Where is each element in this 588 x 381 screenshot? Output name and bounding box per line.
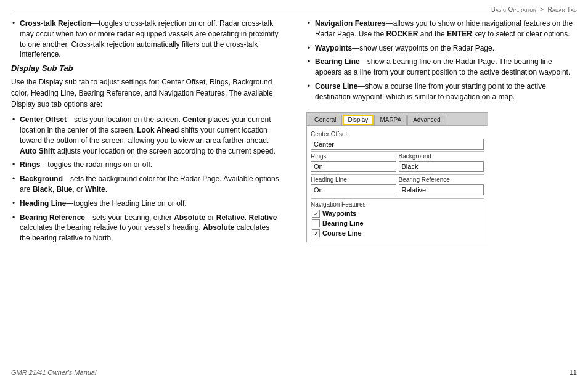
display-sub-tab-title: Display Sub Tab	[11, 63, 282, 73]
heading-line-bold: Heading Line	[20, 199, 66, 208]
center-bold: Center	[182, 115, 206, 124]
heading-bearing-row: On Relative	[311, 184, 484, 195]
bearing-reference-item: Bearing Reference—sets your bearing, eit…	[11, 213, 282, 244]
page-footer: GMR 21/41 Owner's Manual 11	[11, 369, 577, 376]
bearing-reference-panel-label: Bearing Reference	[399, 176, 484, 183]
heading-bearing-labels: Heading Line Bearing Reference	[311, 176, 484, 183]
rocker-bold: ROCKER	[386, 30, 418, 38]
divider1	[311, 151, 484, 152]
waypoints-bold: Waypoints	[315, 44, 352, 52]
rings-panel-label: Rings	[311, 153, 396, 160]
left-column: Cross-talk Rejection—toggles cross-talk …	[11, 18, 289, 363]
bearing-reference-bold: Bearing Reference	[20, 213, 85, 222]
center-offset-item: Center Offset—sets your location on the …	[11, 115, 282, 156]
panel-tabs: General Display MARPA Advanced	[307, 113, 488, 126]
cross-talk-item: Cross-talk Rejection—toggles cross-talk …	[11, 18, 282, 60]
absolute-bold: Absolute	[174, 213, 205, 222]
content-area: Cross-talk Rejection—toggles cross-talk …	[11, 18, 577, 363]
display-panel: General Display MARPA Advanced Center Of…	[306, 112, 488, 242]
separator: >	[540, 6, 544, 13]
course-line-checkbox-label: Course Line	[322, 229, 362, 237]
course-line-checkbox-row: ✓ Course Line	[311, 229, 484, 237]
section-name: Basic Operation	[491, 6, 536, 13]
relative-bold2: Relative	[249, 213, 277, 222]
bearing-reference-panel-value[interactable]: Relative	[399, 184, 484, 195]
background-panel-value[interactable]: Black	[399, 161, 484, 172]
tab-general[interactable]: General	[309, 115, 342, 125]
background-field: Black	[399, 161, 484, 172]
waypoints-checkbox[interactable]: ✓	[312, 210, 320, 218]
center-offset-panel-value[interactable]: Center	[311, 139, 484, 150]
divider2	[311, 174, 484, 175]
bearing-line-checkbox-row: Bearing Line	[311, 219, 484, 227]
heading-line-field: On	[311, 184, 396, 195]
black-bold: Black	[33, 185, 52, 194]
page-header: Basic Operation > Radar Tab	[491, 6, 577, 13]
background-item: Background—sets the background color for…	[11, 174, 282, 195]
nav-features-item: Navigation Features—allows you to show o…	[306, 18, 577, 39]
rings-field: On	[311, 161, 396, 172]
tab-marpa[interactable]: MARPA	[374, 115, 407, 125]
cross-talk-bold: Cross-talk Rejection	[20, 19, 91, 28]
chapter-name: Radar Tab	[548, 6, 577, 13]
background-panel-label: Background	[399, 153, 484, 160]
display-intro-text: Use the Display sub tab to adjust settin…	[11, 76, 282, 110]
course-line-checkbox[interactable]: ✓	[312, 229, 320, 237]
bearing-line-item: Bearing Line—show a bearing line on the …	[306, 57, 577, 78]
intro-bullets: Cross-talk Rejection—toggles cross-talk …	[11, 18, 282, 60]
absolute-bold2: Absolute	[203, 223, 234, 232]
bearing-line-checkbox[interactable]	[312, 219, 320, 227]
bearing-line-bold: Bearing Line	[315, 57, 360, 66]
rings-panel-value[interactable]: On	[311, 161, 396, 172]
heading-line-item: Heading Line—toggles the Heading Line on…	[11, 199, 282, 209]
manual-title: GMR 21/41 Owner's Manual	[11, 369, 96, 376]
right-column: Navigation Features—allows you to show o…	[304, 18, 577, 363]
waypoints-checkbox-label: Waypoints	[322, 210, 356, 217]
course-line-bold: Course Line	[315, 82, 357, 91]
rings-background-labels: Rings Background	[311, 153, 484, 160]
center-offset-bold: Center Offset	[20, 115, 67, 124]
blue-bold: Blue	[56, 185, 72, 194]
heading-line-panel-value[interactable]: On	[311, 184, 396, 195]
white-bold: White	[85, 185, 105, 194]
right-bullets: Navigation Features—allows you to show o…	[306, 18, 577, 102]
nav-features-bold: Navigation Features	[315, 19, 386, 28]
look-ahead-bold: Look Ahead	[137, 126, 179, 134]
course-line-item: Course Line—show a course line from your…	[306, 81, 577, 102]
relative-bold: Relative	[216, 213, 245, 222]
auto-shift-bold: Auto Shift	[20, 147, 55, 155]
bearing-reference-field: Relative	[399, 184, 484, 195]
divider3	[311, 198, 484, 199]
background-bold: Background	[20, 174, 63, 183]
panel-body: Center Offset Center Rings Background On…	[307, 126, 488, 242]
heading-line-panel-label: Heading Line	[311, 176, 396, 183]
nav-features-panel-label: Navigation Features	[311, 201, 484, 208]
enter-bold: ENTER	[447, 30, 472, 38]
waypoints-checkbox-row: ✓ Waypoints	[311, 210, 484, 218]
top-border	[11, 14, 577, 14]
rings-background-row: On Black	[311, 161, 484, 172]
rings-bold: Rings	[20, 160, 40, 169]
rings-item: Rings—toggles the radar rings on or off.	[11, 160, 282, 170]
waypoints-item: Waypoints—show user waypoints on the Rad…	[306, 43, 577, 54]
page-number: 11	[570, 369, 577, 376]
display-bullets: Center Offset—sets your location on the …	[11, 115, 282, 244]
bearing-line-checkbox-label: Bearing Line	[322, 219, 364, 227]
center-offset-panel-label: Center Offset	[311, 131, 484, 137]
tab-advanced[interactable]: Advanced	[407, 115, 446, 125]
tab-display[interactable]: Display	[343, 115, 374, 125]
